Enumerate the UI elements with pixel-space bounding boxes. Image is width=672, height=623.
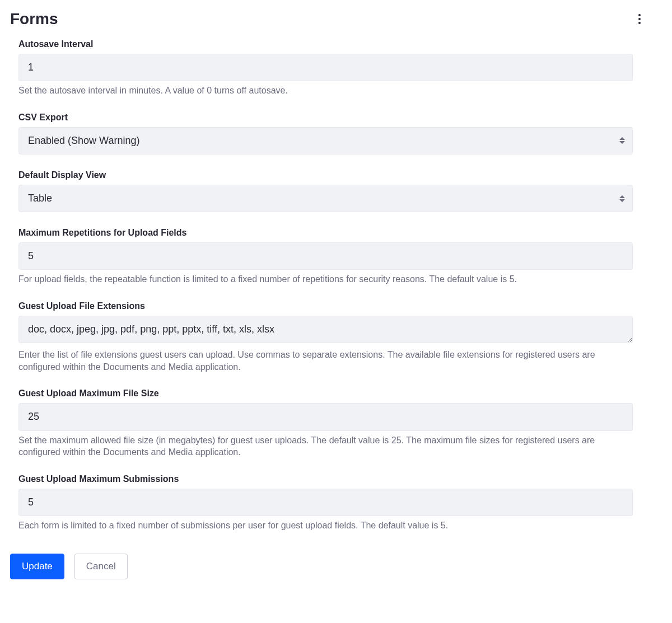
form-content: Autosave Interval Set the autosave inter… [10,39,662,531]
page-title: Forms [10,10,58,28]
autosave-interval-label: Autosave Interval [18,39,633,49]
guest-extensions-textarea[interactable]: doc, docx, jpeg, jpg, pdf, png, ppt, ppt… [18,316,633,343]
guest-max-size-input[interactable] [18,403,633,430]
guest-max-size-label: Guest Upload Maximum File Size [18,388,633,399]
csv-export-group: CSV Export Enabled (Show Warning) [18,113,633,154]
cancel-button[interactable]: Cancel [74,554,128,579]
guest-max-size-group: Guest Upload Maximum File Size Set the m… [18,388,633,458]
guest-max-submissions-input[interactable] [18,489,633,516]
autosave-interval-input[interactable] [18,54,633,81]
max-repetitions-group: Maximum Repetitions for Upload Fields Fo… [18,228,633,285]
guest-max-submissions-group: Guest Upload Maximum Submissions Each fo… [18,474,633,532]
guest-extensions-label: Guest Upload File Extensions [18,301,633,311]
guest-max-submissions-label: Guest Upload Maximum Submissions [18,474,633,484]
page-header: Forms [10,10,662,28]
default-display-view-select[interactable]: Table [18,185,633,212]
autosave-interval-group: Autosave Interval Set the autosave inter… [18,39,633,97]
max-repetitions-input[interactable] [18,242,633,270]
default-display-view-label: Default Display View [18,170,633,180]
guest-max-submissions-help: Each form is limited to a fixed number o… [18,519,633,532]
guest-extensions-help: Enter the list of file extensions guest … [18,349,633,373]
kebab-menu-icon[interactable] [640,12,662,26]
button-row: Update Cancel [10,554,662,579]
update-button[interactable]: Update [10,554,64,579]
csv-export-select[interactable]: Enabled (Show Warning) [18,127,633,154]
csv-export-label: CSV Export [18,113,633,123]
guest-extensions-group: Guest Upload File Extensions doc, docx, … [18,301,633,373]
default-display-view-group: Default Display View Table [18,170,633,212]
max-repetitions-label: Maximum Repetitions for Upload Fields [18,228,633,238]
guest-max-size-help: Set the maximum allowed file size (in me… [18,434,633,458]
max-repetitions-help: For upload fields, the repeatable functi… [18,273,633,285]
autosave-interval-help: Set the autosave interval in minutes. A … [18,85,633,97]
